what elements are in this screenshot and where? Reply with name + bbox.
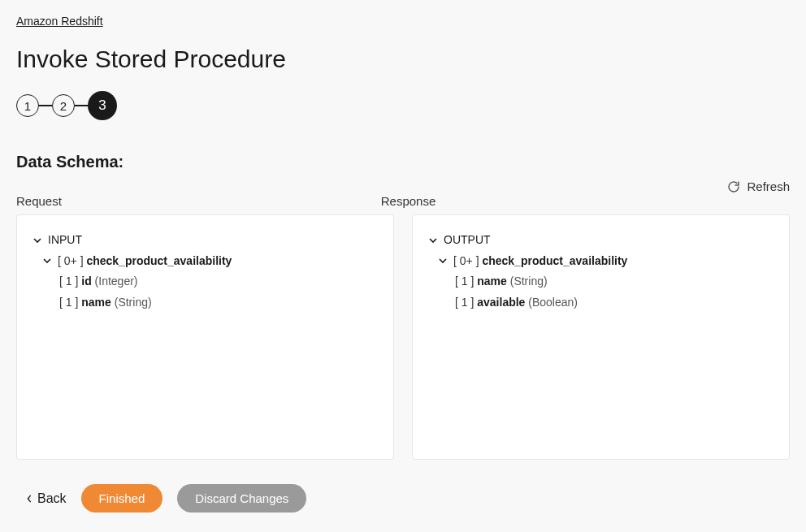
tree-root-label: INPUT [48,232,82,249]
tree-field-text: [ 1 ] name (String) [455,274,548,290]
chevron-down-icon [43,257,51,265]
stepper: 1 2 3 [16,91,790,120]
tree-item[interactable]: [ 0+ ] check_product_availability [33,251,377,272]
tree-root-label: OUTPUT [444,232,491,249]
refresh-button[interactable]: Refresh [727,179,790,193]
back-label: Back [37,491,67,506]
request-label: Request [16,194,363,208]
tree-field[interactable]: [ 1 ] id (Integer) [33,271,377,292]
chevron-down-icon [33,236,41,244]
tree-field[interactable]: [ 1 ] available (Boolean) [429,292,773,314]
section-title: Data Schema: [16,153,790,171]
step-2[interactable]: 2 [52,94,75,117]
tree-root-input[interactable]: INPUT [33,230,377,251]
tree-field-text: [ 1 ] available (Boolean) [455,295,578,311]
step-1[interactable]: 1 [16,94,39,117]
breadcrumb-link[interactable]: Amazon Redshift [16,15,103,28]
refresh-icon [727,180,740,193]
tree-item-text: [ 0+ ] check_product_availability [453,253,627,270]
chevron-left-icon [26,491,32,506]
chevron-down-icon [439,257,447,265]
tree-item-text: [ 0+ ] check_product_availability [58,253,232,270]
page-title: Invoke Stored Procedure [16,45,790,73]
back-button[interactable]: Back [26,491,67,506]
step-connector [39,105,52,106]
step-3[interactable]: 3 [88,91,117,120]
tree-root-output[interactable]: OUTPUT [429,230,773,251]
step-connector [75,105,88,106]
finished-button[interactable]: Finished [81,484,163,513]
chevron-down-icon [429,236,437,244]
response-panel: OUTPUT [ 0+ ] check_product_availability… [412,214,790,460]
response-label: Response [381,194,728,208]
request-panel: INPUT [ 0+ ] check_product_availability … [16,214,394,460]
tree-field-text: [ 1 ] name (String) [59,295,152,311]
tree-field-text: [ 1 ] id (Integer) [59,274,138,290]
tree-field[interactable]: [ 1 ] name (String) [429,271,773,292]
discard-changes-button[interactable]: Discard Changes [177,484,306,513]
refresh-label: Refresh [747,179,790,193]
tree-field[interactable]: [ 1 ] name (String) [33,292,377,314]
tree-item[interactable]: [ 0+ ] check_product_availability [429,251,773,272]
